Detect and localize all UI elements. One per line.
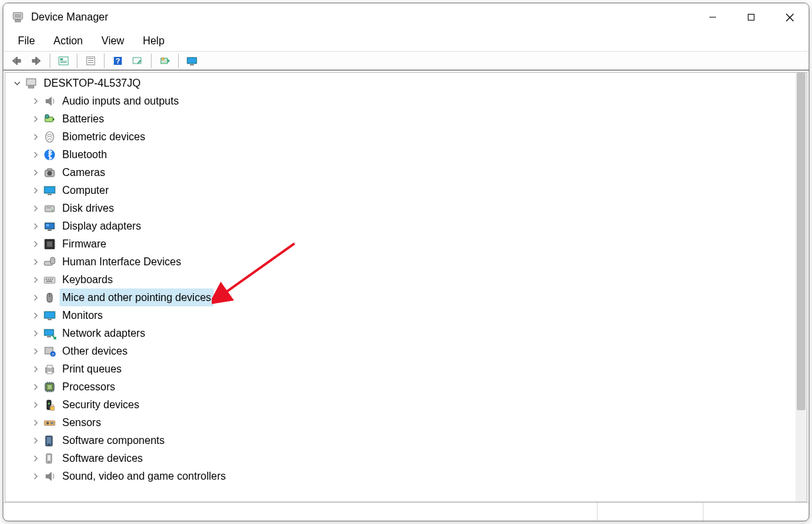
properties-button[interactable] bbox=[81, 53, 100, 69]
tree-item-label: Bluetooth bbox=[60, 146, 110, 163]
tree-item[interactable]: Disk drives bbox=[8, 199, 795, 217]
tree-item[interactable]: Sound, video and game controllers bbox=[8, 467, 795, 485]
tree-item[interactable]: Cameras bbox=[8, 163, 795, 181]
show-hidden-button[interactable] bbox=[54, 53, 73, 69]
tree-item[interactable]: Batteries bbox=[8, 110, 795, 128]
vertical-scrollbar[interactable] bbox=[795, 73, 807, 502]
tree-item-label: Mice and other pointing devices bbox=[60, 288, 214, 306]
expander-icon[interactable] bbox=[30, 169, 41, 176]
svg-point-40 bbox=[52, 210, 53, 211]
display-icon bbox=[42, 219, 57, 234]
expander-icon[interactable] bbox=[30, 98, 41, 105]
tree-item[interactable]: Network adapters bbox=[8, 324, 795, 342]
menu-file[interactable]: File bbox=[9, 34, 44, 48]
expander-icon[interactable] bbox=[30, 116, 41, 122]
titlebar[interactable]: Device Manager bbox=[3, 3, 809, 31]
tree-item-label: Computer bbox=[60, 181, 111, 199]
help-button[interactable]: ? bbox=[109, 53, 127, 69]
expander-icon[interactable] bbox=[30, 366, 41, 372]
expander-icon[interactable] bbox=[30, 134, 41, 140]
tree-item[interactable]: Human Interface Devices bbox=[8, 253, 795, 271]
maximize-button[interactable] bbox=[732, 3, 770, 31]
tree-item[interactable]: Keyboards bbox=[8, 271, 795, 288]
tree-item-label: Security devices bbox=[60, 396, 142, 414]
tree-item[interactable]: Software devices bbox=[8, 449, 795, 467]
biometric-icon bbox=[42, 130, 57, 144]
svg-rect-30 bbox=[53, 118, 54, 120]
expander-icon[interactable] bbox=[30, 205, 41, 212]
tree-item-label: Disk drives bbox=[60, 199, 116, 217]
scan-hardware-button[interactable] bbox=[128, 53, 147, 69]
expander-icon[interactable] bbox=[30, 473, 41, 480]
device-manager-icon bbox=[11, 11, 24, 24]
tree-item-label: Software components bbox=[60, 431, 167, 449]
tree-item[interactable]: ? Other devices bbox=[8, 342, 795, 360]
expander-icon[interactable] bbox=[30, 187, 41, 194]
toolbar-separator bbox=[50, 54, 50, 68]
menu-help[interactable]: Help bbox=[134, 34, 174, 48]
expander-icon[interactable] bbox=[30, 402, 41, 408]
tree-item[interactable]: Display adapters bbox=[8, 217, 795, 235]
svg-rect-38 bbox=[48, 194, 52, 195]
svg-rect-37 bbox=[44, 187, 55, 193]
expander-icon[interactable] bbox=[30, 294, 41, 301]
tree-item[interactable]: Print queues bbox=[8, 360, 795, 378]
expander-icon[interactable] bbox=[30, 152, 41, 158]
svg-rect-67 bbox=[54, 337, 56, 339]
tree-item-label: Software devices bbox=[60, 449, 146, 467]
svg-rect-14 bbox=[88, 58, 93, 59]
expander-icon[interactable] bbox=[30, 277, 41, 283]
tree-item-label: Other devices bbox=[60, 342, 130, 360]
tree-item-label: Audio inputs and outputs bbox=[60, 92, 181, 110]
tree-item[interactable]: Processors bbox=[8, 378, 795, 396]
expander-icon[interactable] bbox=[30, 312, 41, 319]
svg-rect-99 bbox=[48, 455, 50, 460]
other-icon: ? bbox=[42, 344, 57, 359]
processor-icon bbox=[42, 380, 57, 394]
expander-icon[interactable] bbox=[30, 348, 41, 355]
expander-icon[interactable] bbox=[30, 419, 41, 426]
expander-icon[interactable] bbox=[30, 437, 41, 444]
expander-icon[interactable] bbox=[30, 259, 41, 265]
device-tree[interactable]: DESKTOP-4L537JQ Audio inputs and outputs… bbox=[8, 74, 795, 502]
tree-item[interactable]: Security devices bbox=[8, 396, 795, 414]
svg-rect-11 bbox=[60, 61, 67, 62]
expander-icon[interactable] bbox=[30, 384, 41, 390]
svg-rect-39 bbox=[45, 206, 54, 212]
monitor-button[interactable] bbox=[183, 53, 201, 69]
forward-button[interactable] bbox=[27, 53, 46, 69]
tree-item[interactable]: Biometric devices bbox=[8, 128, 795, 146]
tree-item[interactable]: Computer bbox=[8, 181, 795, 199]
svg-rect-8 bbox=[32, 60, 36, 62]
menu-view[interactable]: View bbox=[92, 34, 133, 48]
toolbar: ? bbox=[3, 51, 809, 71]
expander-icon[interactable] bbox=[12, 80, 23, 87]
close-button[interactable] bbox=[770, 3, 809, 31]
tree-item[interactable]: Mice and other pointing devices bbox=[8, 288, 795, 306]
svg-rect-4 bbox=[748, 15, 754, 21]
sensor-icon bbox=[42, 415, 57, 430]
menu-action[interactable]: Action bbox=[44, 34, 92, 48]
toolbar-separator bbox=[104, 54, 105, 68]
scrollbar-thumb[interactable] bbox=[797, 73, 805, 410]
expander-icon[interactable] bbox=[30, 455, 41, 462]
expander-icon[interactable] bbox=[30, 223, 41, 230]
svg-text:?: ? bbox=[116, 57, 120, 65]
hid-icon bbox=[42, 255, 57, 269]
svg-rect-75 bbox=[48, 385, 52, 389]
tree-item[interactable]: Firmware bbox=[8, 235, 795, 253]
tree-item-label: Display adapters bbox=[60, 217, 144, 235]
tree-root[interactable]: DESKTOP-4L537JQ bbox=[8, 74, 795, 92]
back-button[interactable] bbox=[7, 53, 26, 69]
update-driver-button[interactable] bbox=[156, 53, 174, 69]
tree-item[interactable]: Bluetooth bbox=[8, 146, 795, 163]
sound-icon bbox=[42, 469, 57, 484]
tree-item[interactable]: Sensors bbox=[8, 414, 795, 431]
minimize-button[interactable] bbox=[694, 3, 732, 31]
tree-item[interactable]: Audio inputs and outputs bbox=[8, 92, 795, 110]
tree-item[interactable]: Software components bbox=[8, 431, 795, 449]
expander-icon[interactable] bbox=[30, 241, 41, 247]
expander-icon[interactable] bbox=[30, 330, 41, 337]
keyboard-icon bbox=[42, 273, 57, 287]
tree-item[interactable]: Monitors bbox=[8, 306, 795, 324]
